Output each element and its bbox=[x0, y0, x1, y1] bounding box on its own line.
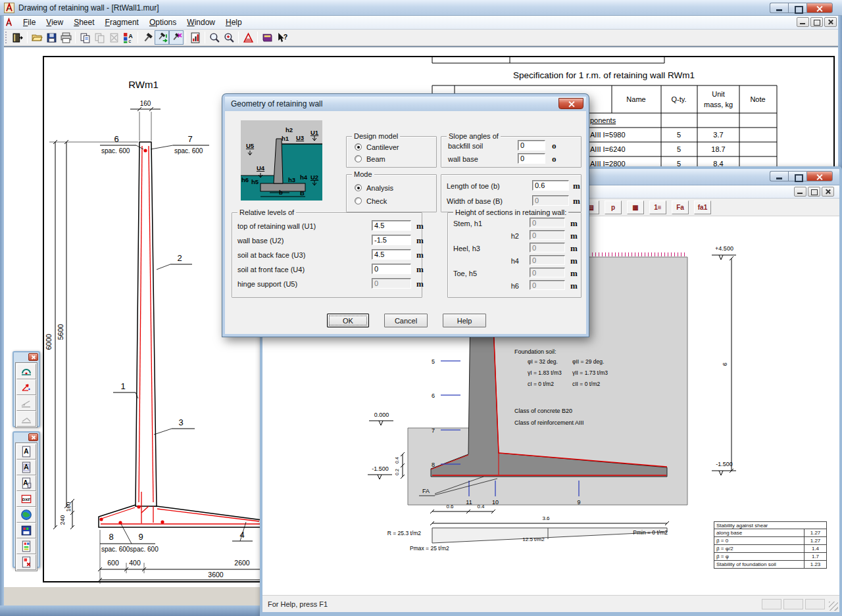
print-button[interactable] bbox=[59, 30, 73, 45]
h6-input bbox=[530, 280, 565, 290]
w2-close-icon[interactable] bbox=[806, 171, 833, 181]
stability-table: Stability against shear along base1.27 β… bbox=[714, 521, 827, 569]
svg-text:10: 10 bbox=[492, 499, 499, 506]
help-button[interactable]: Help bbox=[443, 314, 486, 327]
zoom-out-button[interactable] bbox=[207, 30, 222, 45]
svg-text:5: 5 bbox=[432, 358, 435, 365]
cancel-button[interactable]: Cancel bbox=[384, 314, 428, 327]
w2-mdi-restore-icon[interactable] bbox=[808, 187, 820, 197]
h5-input bbox=[530, 268, 565, 277]
context-help-button[interactable]: ? bbox=[274, 30, 289, 45]
status-cell-3 bbox=[805, 599, 825, 609]
svg-text:R = 25.3 t/m2: R = 25.3 t/m2 bbox=[387, 530, 422, 536]
status-text: For Help, press F1 bbox=[268, 600, 328, 608]
palette1-close-icon[interactable] bbox=[28, 353, 38, 361]
svg-text:-1.500: -1.500 bbox=[372, 465, 389, 472]
main-toolbar: Ac ? bbox=[0, 30, 842, 46]
h3-input bbox=[530, 243, 565, 252]
backfill-slope-input[interactable] bbox=[518, 140, 545, 151]
level-u2-input[interactable] bbox=[372, 235, 411, 245]
pressure-diagram: R = 25.3 t/m2 Pmax = 25 t/m2 12.5 t/m2 P… bbox=[387, 528, 668, 552]
status-cell-2 bbox=[783, 599, 803, 609]
svg-text:8: 8 bbox=[432, 462, 435, 468]
check-radio[interactable] bbox=[355, 197, 362, 204]
h1-input bbox=[530, 218, 565, 227]
level-u3-input[interactable] bbox=[372, 249, 411, 260]
minimize-icon[interactable] bbox=[770, 3, 788, 13]
menu-sheet[interactable]: Sheet bbox=[68, 16, 99, 28]
close-icon[interactable] bbox=[806, 3, 833, 13]
text-doc-selected-button[interactable]: A bbox=[16, 460, 36, 475]
fa1-icon[interactable]: fa1 bbox=[694, 201, 711, 214]
slope-tool-button[interactable] bbox=[16, 395, 36, 411]
color-doc-button[interactable] bbox=[16, 538, 36, 554]
cantilever-radio[interactable] bbox=[355, 143, 362, 151]
menu-view[interactable]: View bbox=[41, 16, 68, 28]
manual-button[interactable] bbox=[260, 30, 274, 45]
w2-minimize-icon[interactable] bbox=[770, 171, 788, 181]
zoom-out-icon bbox=[209, 32, 220, 43]
embankment-tool-button[interactable] bbox=[16, 411, 36, 427]
fa-icon[interactable]: Fa bbox=[672, 201, 689, 214]
dxf-export-button[interactable]: DXF bbox=[16, 491, 36, 507]
w2-mdi-minimize-icon[interactable] bbox=[794, 187, 806, 197]
palette2-close-icon[interactable] bbox=[28, 433, 38, 441]
menu-fragment[interactable]: Fragment bbox=[100, 16, 144, 28]
mdi-restore-icon[interactable] bbox=[810, 17, 823, 27]
table-icon[interactable]: ▦ bbox=[627, 201, 644, 214]
svg-text:Pmax = 25 t/m2: Pmax = 25 t/m2 bbox=[410, 545, 449, 552]
resize-grip[interactable] bbox=[829, 602, 838, 611]
menu-window[interactable]: Window bbox=[182, 16, 220, 28]
level-u4-input[interactable] bbox=[372, 264, 411, 274]
copy-button[interactable] bbox=[78, 30, 92, 45]
beam-radio[interactable] bbox=[355, 155, 362, 162]
menu-file[interactable]: File bbox=[18, 16, 41, 28]
svg-text:6: 6 bbox=[432, 392, 435, 399]
zoom-in-button[interactable] bbox=[222, 30, 236, 45]
svg-text:Class of concrete B20: Class of concrete B20 bbox=[514, 408, 572, 414]
level-u5-input bbox=[372, 278, 411, 289]
w2-mdi-close-icon[interactable] bbox=[822, 187, 834, 197]
web-export-button[interactable] bbox=[16, 507, 36, 523]
build-button[interactable] bbox=[140, 30, 155, 45]
build-erase-button[interactable] bbox=[169, 30, 184, 45]
angle-tool-button[interactable] bbox=[16, 379, 36, 395]
menu-options[interactable]: Options bbox=[144, 16, 182, 28]
copy-icon[interactable]: p bbox=[605, 201, 622, 214]
copy-page-button[interactable] bbox=[92, 30, 107, 45]
svg-text:6: 6 bbox=[722, 362, 728, 366]
open-button[interactable] bbox=[30, 30, 44, 45]
save-icon bbox=[46, 32, 57, 43]
save-button[interactable] bbox=[44, 30, 59, 45]
dialog-close-icon[interactable] bbox=[558, 98, 583, 109]
list-icon[interactable]: 1≡ bbox=[649, 201, 666, 214]
main-titlebar: Drawing of retaining wall - [RtWall1.mur… bbox=[0, 0, 842, 16]
w2-maximize-icon[interactable] bbox=[788, 171, 806, 181]
level-tool-button[interactable] bbox=[16, 364, 36, 379]
text-doc-red-button[interactable]: A bbox=[16, 475, 36, 491]
exit-button[interactable] bbox=[11, 30, 25, 45]
red-doc-icon bbox=[20, 556, 32, 568]
text-doc-button[interactable]: A bbox=[16, 444, 36, 460]
cone-icon bbox=[243, 32, 254, 43]
save-fragment-button[interactable] bbox=[16, 523, 36, 538]
wallbase-slope-input[interactable] bbox=[518, 153, 545, 164]
cone-button[interactable] bbox=[241, 30, 255, 45]
ok-button[interactable]: OK bbox=[327, 314, 369, 327]
zoom-in-icon bbox=[224, 32, 235, 43]
build-run-button[interactable] bbox=[155, 30, 169, 45]
delete-page-button[interactable] bbox=[107, 30, 121, 45]
analysis-radio[interactable] bbox=[355, 184, 362, 191]
results-button[interactable] bbox=[188, 30, 203, 45]
h2-input bbox=[530, 230, 565, 240]
format-components-button[interactable]: Ac bbox=[121, 30, 136, 45]
toolbar-grip[interactable] bbox=[5, 32, 8, 43]
mdi-close-icon[interactable] bbox=[824, 17, 837, 27]
menu-help[interactable]: Help bbox=[220, 16, 247, 28]
toe-length-input[interactable] bbox=[532, 180, 569, 191]
svg-text:U5: U5 bbox=[246, 142, 255, 149]
level-u1-input[interactable] bbox=[372, 220, 411, 231]
red-doc-button[interactable] bbox=[16, 554, 36, 570]
mdi-minimize-icon[interactable] bbox=[797, 17, 809, 27]
maximize-icon[interactable] bbox=[788, 3, 806, 13]
